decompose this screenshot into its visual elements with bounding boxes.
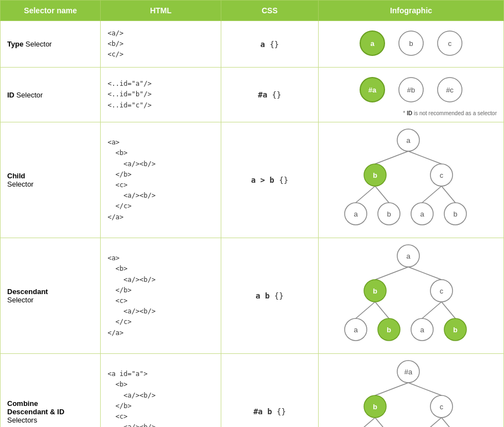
- html-code-cell: <..id="a"/> <..id="b"/> <..id="c"/>: [101, 68, 221, 122]
- svg-text:b: b: [373, 171, 377, 179]
- svg-text:a: a: [354, 326, 358, 334]
- infographic-cell: #a b c a b a b: [318, 354, 503, 428]
- svg-line-15: [375, 186, 389, 203]
- svg-text:a: a: [370, 39, 375, 48]
- table-row: CombineDescendant & IDSelectors<a id="a"…: [1, 354, 504, 428]
- svg-text:a: a: [420, 326, 424, 334]
- svg-line-52: [375, 383, 408, 395]
- header-col-css: CSS: [221, 1, 318, 21]
- header-col-html: HTML: [101, 1, 221, 21]
- svg-line-55: [375, 418, 389, 427]
- css-code-cell: #a b {}: [221, 354, 318, 428]
- svg-text:#c: #c: [446, 86, 454, 94]
- css-code-cell: a {}: [221, 21, 318, 68]
- svg-line-17: [441, 186, 455, 203]
- svg-text:#b: #b: [407, 86, 415, 94]
- infographic-cell: a b c: [318, 21, 503, 68]
- svg-line-16: [422, 186, 441, 203]
- svg-text:a: a: [406, 136, 411, 145]
- svg-text:a: a: [406, 252, 411, 260]
- infographic-cell: #a #b #c * ID is not recommended as a se…: [318, 68, 503, 122]
- svg-text:c: c: [440, 171, 444, 179]
- svg-text:#a: #a: [368, 86, 377, 94]
- svg-line-37: [441, 302, 455, 318]
- selector-name-cell: Type Selector: [1, 21, 101, 68]
- svg-line-36: [422, 302, 441, 318]
- css-code-cell: #a {}: [221, 68, 318, 122]
- css-code-cell: a > b {}: [221, 122, 318, 238]
- svg-text:b: b: [453, 210, 457, 218]
- svg-line-34: [356, 302, 375, 318]
- header-col-info: Infographic: [318, 1, 503, 21]
- svg-text:b: b: [453, 326, 458, 334]
- svg-line-54: [356, 418, 375, 427]
- html-code-cell: <a> <b> <a/><b/> </b> <c> <a/><b/> </c> …: [101, 238, 221, 354]
- svg-line-13: [408, 151, 441, 164]
- svg-line-57: [441, 418, 455, 427]
- selector-name-cell: DescendantSelector: [1, 238, 101, 354]
- svg-text:b: b: [373, 403, 377, 411]
- svg-line-33: [408, 267, 441, 280]
- infographic-cell: a b c a b a b: [318, 238, 503, 354]
- svg-text:a: a: [354, 210, 358, 218]
- svg-text:c: c: [440, 287, 444, 295]
- selector-name-cell: CombineDescendant & IDSelectors: [1, 354, 101, 428]
- svg-line-56: [422, 418, 441, 427]
- css-code-cell: a b {}: [221, 238, 318, 354]
- html-code-cell: <a id="a"> <b> <a/><b/> </b> <c> <a/><b/…: [101, 354, 221, 428]
- svg-text:b: b: [409, 39, 413, 48]
- svg-line-14: [356, 186, 375, 203]
- svg-text:b: b: [373, 287, 377, 295]
- selector-name-cell: ID Selector: [1, 68, 101, 122]
- svg-text:b: b: [387, 326, 391, 334]
- svg-line-53: [408, 383, 441, 395]
- table-row: ChildSelector<a> <b> <a/><b/> </b> <c> <…: [1, 122, 504, 238]
- svg-line-32: [375, 267, 408, 280]
- infographic-cell: a b c a b a b: [318, 122, 503, 238]
- svg-line-12: [375, 151, 408, 164]
- selector-name-cell: ChildSelector: [1, 122, 101, 238]
- header-col-name: Selector name: [1, 1, 101, 21]
- table-row: DescendantSelector<a> <b> <a/><b/> </b> …: [1, 238, 504, 354]
- table-row: Type Selector<a/> <b/> <c/>a {} a b c: [1, 21, 504, 68]
- html-code-cell: <a/> <b/> <c/>: [101, 21, 221, 68]
- svg-line-35: [375, 302, 389, 318]
- svg-text:b: b: [387, 210, 391, 218]
- html-code-cell: <a> <b> <a/><b/> </b> <c> <a/><b/> </c> …: [101, 122, 221, 238]
- svg-text:c: c: [448, 39, 452, 48]
- svg-text:c: c: [440, 403, 444, 411]
- table-row: ID Selector<..id="a"/> <..id="b"/> <..id…: [1, 68, 504, 122]
- svg-text:a: a: [420, 210, 424, 218]
- svg-text:#a: #a: [404, 368, 413, 376]
